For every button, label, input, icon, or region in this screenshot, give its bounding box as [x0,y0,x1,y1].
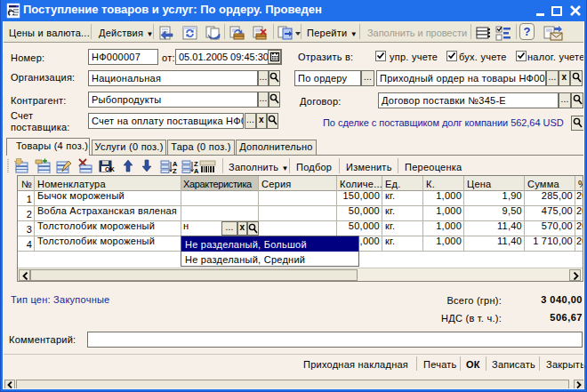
svg-text:OK: OK [105,166,115,172]
svg-text:Z: Z [173,167,177,173]
